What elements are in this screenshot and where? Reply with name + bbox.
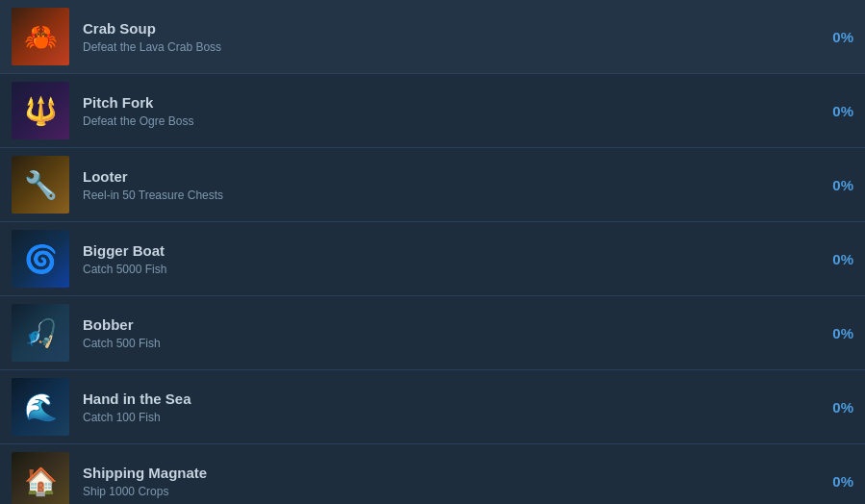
achievement-item[interactable]: 🌊 Hand in the Sea Catch 100 Fish 0% (0, 370, 865, 444)
achievement-description: Catch 5000 Fish (83, 263, 805, 276)
achievement-info: Pitch Fork Defeat the Ogre Boss (83, 94, 805, 128)
achievement-description: Catch 500 Fish (83, 337, 805, 350)
achievement-description: Catch 100 Fish (83, 411, 805, 424)
achievement-info: Hand in the Sea Catch 100 Fish (83, 391, 805, 424)
achievement-description: Reel-in 50 Treasure Chests (83, 189, 805, 202)
achievement-icon: 🦀 (12, 8, 69, 65)
achievement-icon: 🏠 (12, 452, 69, 504)
achievement-description: Ship 1000 Crops (83, 485, 805, 498)
achievement-title: Looter (83, 168, 805, 185)
achievement-title: Crab Soup (83, 20, 805, 37)
achievement-info: Bigger Boat Catch 5000 Fish (83, 242, 805, 276)
achievement-percent: 0% (805, 473, 853, 490)
achievement-info: Crab Soup Defeat the Lava Crab Boss (83, 20, 805, 54)
achievement-item[interactable]: 🔱 Pitch Fork Defeat the Ogre Boss 0% (0, 74, 865, 148)
achievement-icon: 🔧 (12, 156, 69, 214)
achievement-info: Shipping Magnate Ship 1000 Crops (83, 465, 805, 498)
achievement-description: Defeat the Ogre Boss (83, 114, 805, 128)
achievement-percent: 0% (805, 399, 853, 416)
achievement-info: Looter Reel-in 50 Treasure Chests (83, 168, 805, 202)
achievement-item[interactable]: 🎣 Bobber Catch 500 Fish 0% (0, 296, 865, 370)
achievement-description: Defeat the Lava Crab Boss (83, 40, 805, 54)
achievement-list: 🦀 Crab Soup Defeat the Lava Crab Boss 0%… (0, 0, 865, 504)
achievement-title: Hand in the Sea (83, 391, 805, 407)
achievement-icon: 🌀 (12, 230, 69, 288)
achievement-percent: 0% (805, 325, 853, 341)
achievement-icon: 🌊 (12, 378, 69, 436)
achievement-item[interactable]: 🏠 Shipping Magnate Ship 1000 Crops 0% (0, 444, 865, 504)
achievement-title: Pitch Fork (83, 94, 805, 111)
achievement-percent: 0% (805, 29, 853, 45)
achievement-info: Bobber Catch 500 Fish (83, 316, 805, 350)
achievement-title: Bigger Boat (83, 242, 805, 259)
achievement-percent: 0% (805, 177, 853, 193)
achievement-title: Bobber (83, 316, 805, 333)
achievement-icon: 🎣 (12, 304, 69, 362)
achievement-item[interactable]: 🔧 Looter Reel-in 50 Treasure Chests 0% (0, 148, 865, 222)
achievement-percent: 0% (805, 251, 853, 267)
achievement-icon: 🔱 (12, 82, 69, 139)
achievement-item[interactable]: 🦀 Crab Soup Defeat the Lava Crab Boss 0% (0, 0, 865, 74)
achievement-title: Shipping Magnate (83, 465, 805, 481)
achievement-percent: 0% (805, 103, 853, 119)
achievement-item[interactable]: 🌀 Bigger Boat Catch 5000 Fish 0% (0, 222, 865, 296)
